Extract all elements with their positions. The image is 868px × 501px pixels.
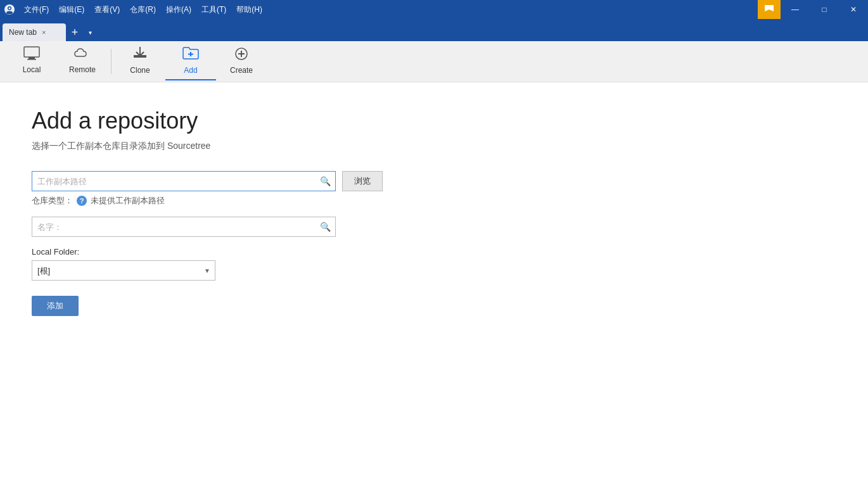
help-icon[interactable]: ?	[77, 196, 87, 206]
path-input[interactable]	[32, 171, 336, 191]
menu-view[interactable]: 查看(V)	[89, 0, 125, 19]
toolbar-remote-label: Remote	[69, 65, 96, 74]
local-folder-select[interactable]: [根]	[32, 260, 215, 281]
toolbar-create[interactable]: Create	[216, 42, 267, 80]
minimize-button[interactable]: —	[781, 0, 810, 19]
menu-action[interactable]: 操作(A)	[161, 0, 196, 19]
local-folder-label: Local Folder:	[32, 247, 836, 257]
toolbar-add[interactable]: Add	[165, 42, 216, 80]
repo-type-row: 仓库类型： ? 未提供工作副本路径	[32, 195, 836, 206]
menu-tools[interactable]: 工具(T)	[196, 0, 231, 19]
repo-type-label: 仓库类型：	[32, 195, 73, 206]
name-input[interactable]	[32, 217, 336, 237]
toolbar: Local Remote Clone Add	[0, 41, 868, 82]
page-subtitle: 选择一个工作副本仓库目录添加到 Sourcetree	[32, 141, 836, 152]
toolbar-clone-label: Clone	[130, 66, 150, 75]
main-content: Add a repository 选择一个工作副本仓库目录添加到 Sourcet…	[0, 82, 868, 501]
cloud-icon	[73, 46, 91, 63]
toolbar-local-label: Local	[23, 65, 41, 74]
new-tab-button[interactable]: +	[66, 23, 84, 41]
folder-add-icon	[182, 46, 200, 63]
maximize-button[interactable]: □	[810, 0, 839, 19]
menu-edit[interactable]: 编辑(E)	[54, 0, 89, 19]
path-input-row: 🔍 浏览	[32, 171, 836, 191]
title-bar-right: — □ ✕	[758, 0, 868, 19]
title-bar: 文件(F) 编辑(E) 查看(V) 仓库(R) 操作(A) 工具(T) 帮助(H…	[0, 0, 868, 19]
svg-point-2	[9, 8, 11, 10]
toolbar-clone[interactable]: Clone	[115, 42, 165, 80]
page-title: Add a repository	[32, 108, 836, 134]
svg-point-3	[6, 11, 13, 15]
menu-file[interactable]: 文件(F)	[19, 0, 54, 19]
download-icon	[132, 46, 148, 63]
repo-type-value: 未提供工作副本路径	[91, 195, 165, 206]
close-button[interactable]: ✕	[839, 0, 868, 19]
svg-rect-5	[24, 47, 39, 57]
local-folder-select-wrap: [根]	[32, 260, 215, 281]
monitor-icon	[23, 46, 40, 63]
flag-button[interactable]	[758, 0, 781, 19]
menu-repo[interactable]: 仓库(R)	[125, 0, 161, 19]
title-bar-left: 文件(F) 编辑(E) 查看(V) 仓库(R) 操作(A) 工具(T) 帮助(H…	[0, 0, 267, 19]
menu-bar: 文件(F) 编辑(E) 查看(V) 仓库(R) 操作(A) 工具(T) 帮助(H…	[19, 0, 267, 19]
menu-help[interactable]: 帮助(H)	[231, 0, 267, 19]
browse-button[interactable]: 浏览	[342, 171, 383, 191]
toolbar-local[interactable]: Local	[6, 42, 57, 80]
app-logo	[0, 0, 19, 19]
tab-close-button[interactable]: ×	[41, 27, 47, 37]
toolbar-create-label: Create	[230, 66, 253, 75]
tab-label: New tab	[9, 28, 37, 37]
tab-bar: New tab × + ▾	[0, 19, 868, 41]
svg-rect-6	[29, 57, 35, 59]
path-input-wrap: 🔍	[32, 171, 336, 191]
create-icon	[233, 46, 250, 63]
toolbar-remote[interactable]: Remote	[57, 42, 108, 80]
toolbar-add-label: Add	[184, 66, 197, 75]
svg-marker-4	[765, 5, 774, 11]
name-input-wrap: 🔍	[32, 217, 336, 237]
add-button[interactable]: 添加	[32, 296, 79, 316]
current-tab[interactable]: New tab ×	[3, 23, 66, 41]
svg-rect-7	[27, 59, 36, 60]
toolbar-divider-1	[111, 49, 112, 74]
tab-dropdown-button[interactable]: ▾	[84, 23, 96, 41]
